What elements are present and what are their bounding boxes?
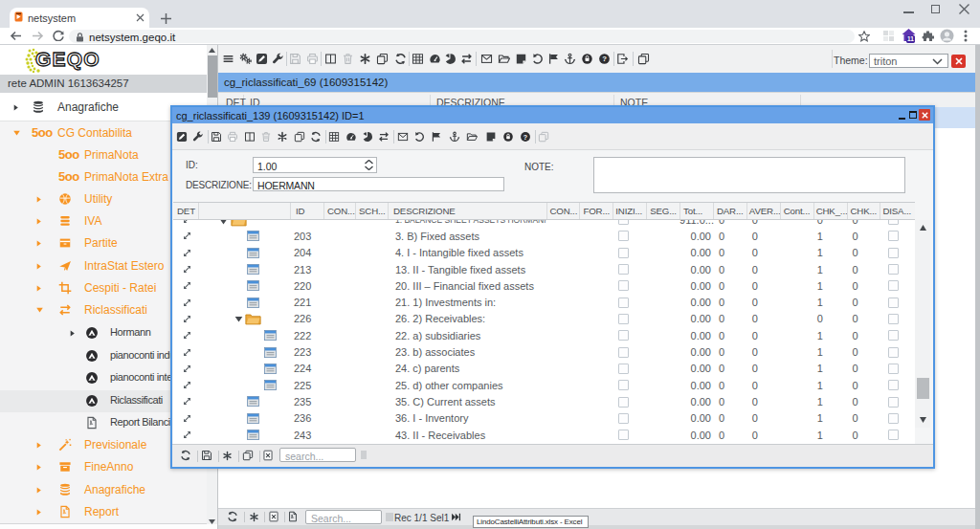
svg-text:GEQO: GEQO	[35, 48, 100, 70]
svg-text:11: 11	[907, 35, 914, 42]
